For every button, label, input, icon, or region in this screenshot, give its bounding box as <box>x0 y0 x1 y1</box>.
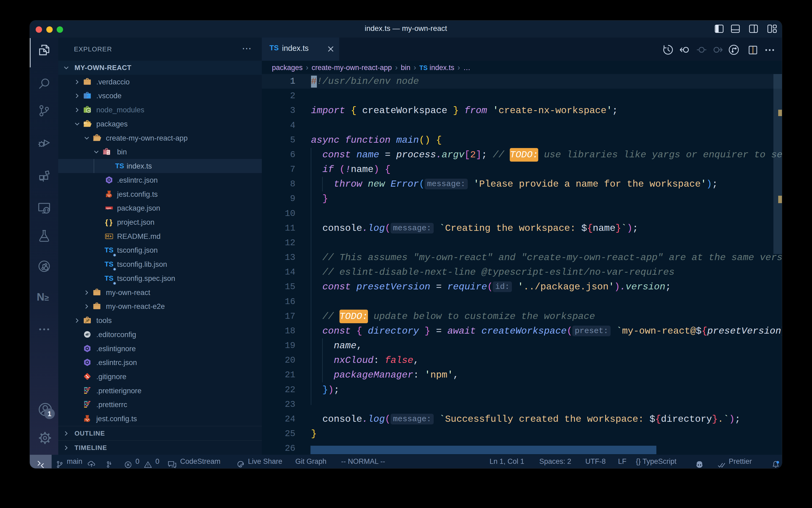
svg-text:npm: npm <box>106 207 111 210</box>
svg-text:JS: JS <box>88 110 90 112</box>
svg-text:10: 10 <box>107 153 109 155</box>
svg-text:01: 01 <box>107 151 109 153</box>
